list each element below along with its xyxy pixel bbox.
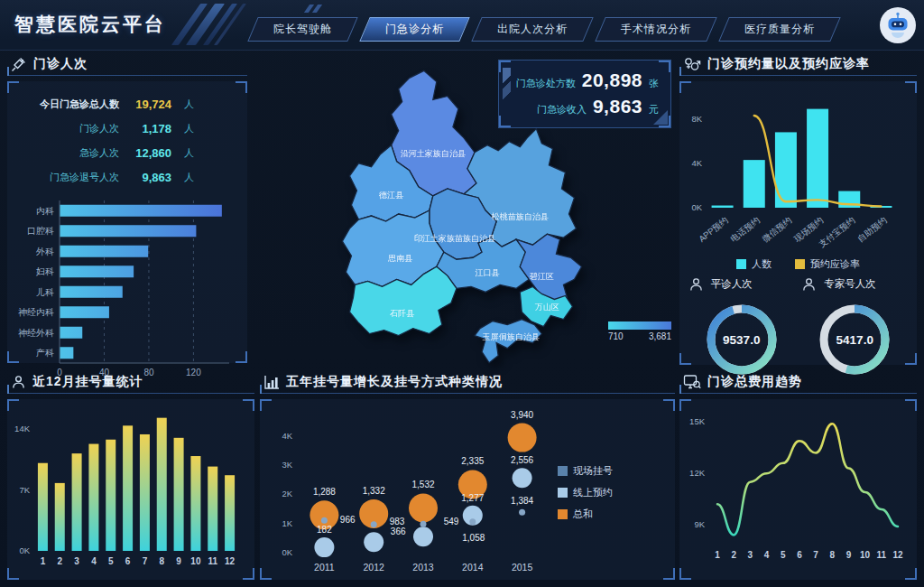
person-icon xyxy=(801,276,817,296)
monitor-search-icon xyxy=(683,374,701,390)
legend-swatch xyxy=(736,259,746,269)
map-region-label: 石阡县 xyxy=(389,309,414,318)
bubble-onsite xyxy=(420,521,427,527)
outpatient-stats: 今日门急诊总人数 19,724 人 门诊人次 1,178 人 急诊人次 12,8… xyxy=(7,81,247,191)
monthly-bar xyxy=(174,438,184,551)
gender-symbols-icon xyxy=(683,56,701,72)
svg-text:5: 5 xyxy=(108,556,114,566)
tab-surgery-analysis[interactable]: 手术情况分析 xyxy=(595,17,716,42)
svg-text:11: 11 xyxy=(877,550,887,560)
svg-text:9: 9 xyxy=(176,556,181,566)
svg-text:8K: 8K xyxy=(691,114,702,124)
monthly-bar xyxy=(123,425,133,551)
svg-text:2,335: 2,335 xyxy=(461,456,484,466)
reservation-bar xyxy=(712,206,734,208)
tab-cockpit[interactable]: 院长驾驶舱 xyxy=(247,17,357,42)
svg-text:10: 10 xyxy=(190,556,201,566)
panel-title: 门诊人次 xyxy=(7,52,247,76)
map-color-legend: 710 3,681 xyxy=(608,321,671,341)
svg-text:1: 1 xyxy=(715,550,720,560)
tab-discharge-analysis[interactable]: 出院人次分析 xyxy=(471,17,593,42)
tab-quality-analysis[interactable]: 医疗质量分析 xyxy=(718,17,840,42)
bubble-onsite xyxy=(469,518,476,525)
stat-label: 门诊人次 xyxy=(13,122,119,135)
monthly-registration-chart: 0K7K14K123456789101112 xyxy=(7,399,254,580)
stat-row: 门急诊处方数 20,898 张 xyxy=(513,70,661,96)
corner-decoration xyxy=(499,116,511,127)
panel-body: 0K7K14K123456789101112 xyxy=(7,399,254,580)
dept-bar xyxy=(60,266,134,277)
corner-decoration xyxy=(905,353,917,365)
bubble-onsite xyxy=(371,521,377,527)
reservation-mix-chart: 0K4K8KAPP预约电话预约微信预约现场预约支付宝预约自助预约 xyxy=(679,81,917,256)
svg-text:2014: 2014 xyxy=(462,562,484,573)
svg-text:8: 8 xyxy=(829,550,835,560)
legend-min: 710 xyxy=(608,331,624,341)
tab-outpatient-emergency-analysis[interactable]: 门急诊分析 xyxy=(359,17,469,42)
stat-value: 9,863 xyxy=(119,171,171,184)
stat-value: 1,178 xyxy=(119,122,171,135)
legend-swatch xyxy=(558,466,568,476)
panel-cost-trend: 门诊总费用趋势 9K12K15K123456789101112 xyxy=(679,370,917,582)
growth-chart-icon xyxy=(263,374,280,390)
monthly-bar xyxy=(190,456,200,551)
svg-text:0K: 0K xyxy=(19,545,30,555)
map-region-label: 江口县 xyxy=(476,268,500,277)
panel-five-year-growth: 五年挂号量增长及挂号方式种类情况 0K1K2K3K4K1,28818220111… xyxy=(260,370,675,582)
svg-text:14K: 14K xyxy=(14,424,31,433)
svg-text:983: 983 xyxy=(390,517,405,526)
dept-bar xyxy=(60,205,222,217)
legend-swatch xyxy=(558,488,568,498)
panel-title: 近12月挂号量统计 xyxy=(7,370,254,394)
header-decoration xyxy=(312,5,322,13)
corner-decoration xyxy=(905,81,917,93)
assistant-button[interactable] xyxy=(879,6,917,44)
nav-tabs: 院长驾驶舱 门急诊分析 出院人次分析 手术情况分析 医疗质量分析 xyxy=(253,17,836,42)
stat-label: 门急诊退号人次 xyxy=(13,171,119,184)
svg-text:4K: 4K xyxy=(282,431,292,441)
svg-text:7: 7 xyxy=(143,556,148,566)
svg-text:微信预约: 微信预约 xyxy=(760,215,793,244)
reservation-bar xyxy=(775,132,797,208)
svg-text:儿科: 儿科 xyxy=(36,287,54,297)
svg-text:妇科: 妇科 xyxy=(36,266,54,276)
monthly-registration-svg: 0K7K14K123456789101112 xyxy=(7,399,244,576)
svg-text:7: 7 xyxy=(813,550,818,560)
corner-decoration xyxy=(243,399,254,411)
map-region-label: 玉屏侗族自治县 xyxy=(483,332,540,341)
gauges-row: 平诊人次 9537.0 专家号人次 5417.0 xyxy=(679,276,917,379)
legend-item: 人数 xyxy=(736,257,772,271)
svg-text:电话预约: 电话预约 xyxy=(728,215,762,244)
panel-title-text: 门诊总费用趋势 xyxy=(707,374,802,390)
svg-text:口腔科: 口腔科 xyxy=(27,226,54,236)
panel-title-text: 五年挂号量增长及挂号方式种类情况 xyxy=(286,374,503,390)
svg-text:182: 182 xyxy=(317,525,332,535)
monthly-bar xyxy=(157,418,167,551)
monthly-bar xyxy=(208,467,217,551)
department-visits-chart: 04080120内科口腔科外科妇科儿科神经内科神经外科产科 xyxy=(7,195,247,385)
svg-text:3K: 3K xyxy=(282,460,292,470)
panel-title-text: 门诊预约量以及预约应诊率 xyxy=(707,56,870,72)
panel-title-text: 门诊人次 xyxy=(33,56,88,72)
dept-bar xyxy=(60,225,197,237)
svg-text:1,058: 1,058 xyxy=(462,533,485,543)
svg-text:2012: 2012 xyxy=(364,562,385,573)
svg-text:7K: 7K xyxy=(19,485,30,495)
gauge-label: 平诊人次 xyxy=(711,276,771,290)
stat-value: 19,724 xyxy=(119,98,171,111)
svg-text:3: 3 xyxy=(748,550,753,560)
corner-decoration xyxy=(243,568,254,580)
legend-max: 3,681 xyxy=(649,331,671,341)
gauge-donut: 5417.0 xyxy=(815,300,894,379)
svg-text:3: 3 xyxy=(74,556,79,566)
monthly-bar xyxy=(106,440,116,551)
person-icon xyxy=(11,374,26,390)
stat-label: 今日门急诊总人数 xyxy=(13,98,119,111)
map-stats-card: 门急诊处方数 20,898 张 门急诊收入 9,863 元 xyxy=(498,60,671,128)
bubble-total xyxy=(409,493,438,522)
panel-monthly-registrations: 近12月挂号量统计 0K7K14K123456789101112 xyxy=(7,370,254,582)
svg-text:366: 366 xyxy=(391,526,406,536)
gauge-normal-visits: 平诊人次 9537.0 xyxy=(688,276,795,379)
svg-text:0K: 0K xyxy=(282,547,292,557)
gauge-value: 5417.0 xyxy=(815,300,894,379)
